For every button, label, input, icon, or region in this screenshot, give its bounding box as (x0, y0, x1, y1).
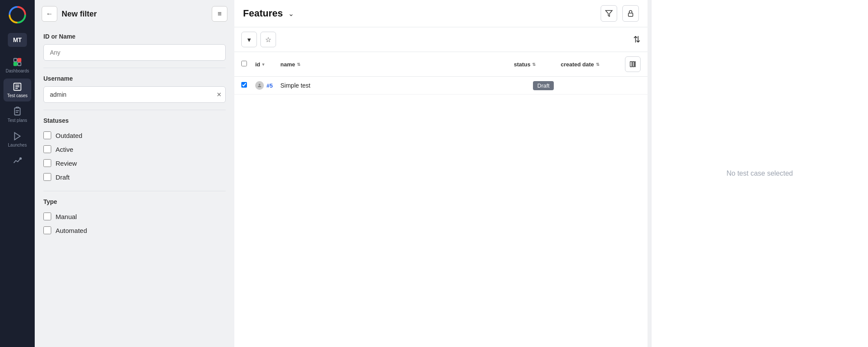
features-dropdown-icon[interactable]: ⌄ (288, 10, 294, 18)
filter-icon (605, 10, 613, 17)
th-actions (625, 56, 641, 72)
sidebar-item-test-cases-label: Test cases (7, 93, 27, 98)
filter-status-review-label: Review (56, 160, 77, 167)
svg-point-20 (259, 84, 260, 85)
filter-status-active[interactable]: Active (43, 142, 226, 156)
star-icon: ☆ (265, 36, 271, 44)
user-badge: MT (8, 33, 27, 47)
th-created-date[interactable]: created date ⇅ (561, 61, 621, 68)
svg-marker-12 (15, 133, 20, 140)
filter-status-review[interactable]: Review (43, 156, 226, 170)
svg-point-0 (8, 5, 27, 24)
sidebar-item-test-cases[interactable]: Test cases (3, 79, 31, 101)
filter-status-draft-checkbox[interactable] (43, 173, 51, 181)
clipboard-icon (13, 107, 22, 116)
filter-username-wrapper: × (43, 86, 226, 103)
filter-panel: ← New filter ≡ ID or Name Username × Sta… (35, 0, 234, 347)
svg-rect-18 (632, 62, 634, 67)
th-name[interactable]: name ⇅ (280, 61, 510, 68)
row-id: #5 (255, 81, 277, 90)
filter-type-automated-label: Automated (56, 227, 87, 234)
svg-rect-1 (14, 59, 17, 62)
filter-statuses-label: Statuses (43, 117, 226, 124)
chevron-down-icon: ▾ (247, 36, 251, 44)
filter-id-or-name-section: ID or Name (35, 28, 234, 66)
lock-icon (627, 10, 635, 17)
sidebar-item-launches-label: Launches (8, 143, 26, 147)
th-name-label: name (280, 61, 295, 68)
name-sort-arrows: ⇅ (297, 62, 300, 67)
nav-sidebar: MT Dashboards Test cases Test plans (0, 0, 35, 347)
status-sort-arrows: ⇅ (532, 62, 536, 67)
sidebar-item-launches[interactable]: Launches (3, 128, 31, 151)
svg-point-13 (20, 158, 22, 160)
th-created-date-label: created date (561, 61, 594, 68)
filter-status-draft[interactable]: Draft (43, 170, 226, 184)
list-icon (13, 82, 22, 92)
columns-settings-button[interactable] (625, 56, 641, 72)
table-row[interactable]: #5 Simple test Draft (234, 77, 648, 95)
filter-status-draft-label: Draft (56, 174, 70, 181)
status-badge: Draft (533, 81, 554, 90)
star-button[interactable]: ☆ (260, 32, 276, 47)
user-avatar-icon (255, 81, 264, 90)
svg-rect-19 (635, 62, 635, 67)
row-id-number: #5 (266, 82, 273, 89)
filter-username-section: Username × (35, 70, 234, 108)
filter-status-outdated-label: Outdated (56, 132, 82, 139)
svg-rect-9 (15, 108, 20, 115)
filter-status-outdated-checkbox[interactable] (43, 131, 51, 139)
filter-id-or-name-label: ID or Name (43, 33, 226, 40)
filter-toggle-button[interactable] (601, 5, 617, 22)
filter-header: ← New filter ≡ (35, 0, 234, 28)
filter-type-manual[interactable]: Manual (43, 210, 226, 223)
svg-rect-16 (628, 13, 633, 16)
th-id[interactable]: id ▾ (255, 61, 277, 68)
filter-username-input[interactable] (43, 86, 226, 103)
filter-username-clear-button[interactable]: × (217, 91, 221, 98)
no-selection-message: No test case selected (727, 170, 793, 177)
divider-2 (43, 110, 226, 110)
filter-type-automated-checkbox[interactable] (43, 226, 51, 234)
filter-type-manual-label: Manual (56, 213, 77, 220)
filter-status-active-label: Active (56, 146, 73, 153)
right-panel: No test case selected (651, 0, 868, 347)
sidebar-item-dashboards[interactable]: Dashboards (3, 54, 31, 77)
filter-id-or-name-input[interactable] (43, 44, 226, 61)
sidebar-item-analytics[interactable] (3, 153, 31, 169)
filter-status-outdated[interactable]: Outdated (43, 128, 226, 142)
svg-rect-2 (18, 59, 21, 62)
expand-button[interactable]: ▾ (241, 32, 257, 47)
table-header: id ▾ name ⇅ status ⇅ created date ⇅ (234, 52, 648, 77)
divider-1 (43, 68, 226, 68)
select-all-checkbox[interactable] (241, 61, 247, 66)
sort-icon[interactable]: ⇅ (633, 34, 641, 45)
filter-status-review-checkbox[interactable] (43, 159, 51, 167)
features-header: Features ⌄ (234, 0, 648, 27)
th-status[interactable]: status ⇅ (514, 61, 557, 68)
filter-type-section: Type Manual Automated (35, 193, 234, 242)
row-select-checkbox[interactable] (241, 82, 247, 88)
filter-status-active-checkbox[interactable] (43, 145, 51, 153)
th-select-all (241, 60, 252, 68)
table-area: ▾ ☆ ⇅ id ▾ name ⇅ status ⇅ (234, 27, 648, 347)
th-status-label: status (514, 61, 530, 68)
svg-marker-14 (606, 10, 612, 16)
filter-back-button[interactable]: ← (42, 6, 57, 22)
panel-resizer[interactable] (648, 0, 651, 347)
main-content: Features ⌄ ▾ ☆ ⇅ (234, 0, 648, 347)
filter-menu-button[interactable]: ≡ (212, 6, 227, 22)
chart-icon (13, 156, 22, 166)
filter-type-automated[interactable]: Automated (43, 223, 226, 237)
grid-icon (13, 57, 22, 67)
filter-type-label: Type (43, 198, 226, 205)
filter-type-manual-checkbox[interactable] (43, 213, 51, 220)
filter-statuses-section: Statuses Outdated Active Review Draft (35, 112, 234, 189)
filter-username-label: Username (43, 75, 226, 82)
svg-rect-4 (18, 62, 21, 65)
id-sort-arrows: ▾ (262, 62, 264, 67)
sidebar-item-test-plans[interactable]: Test plans (3, 103, 31, 126)
row-checkbox[interactable] (241, 82, 252, 89)
lock-button[interactable] (622, 5, 639, 22)
app-logo (8, 5, 27, 31)
